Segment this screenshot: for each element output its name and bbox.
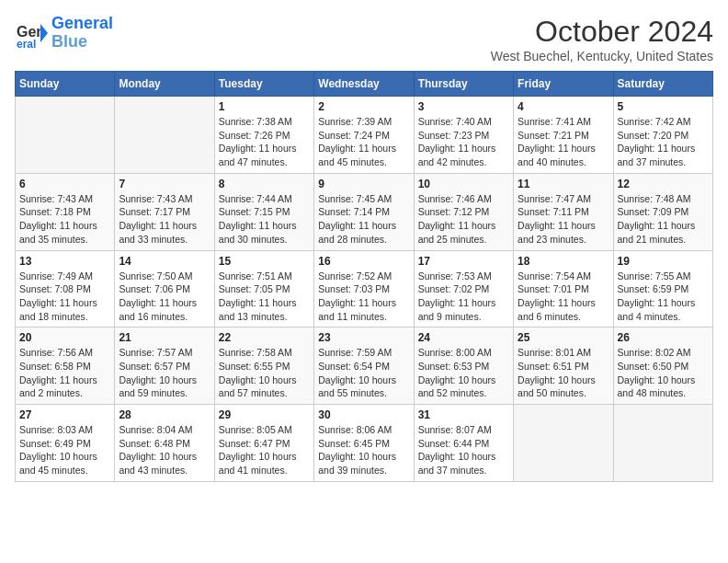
calendar-header: SundayMondayTuesdayWednesdayThursdayFrid… xyxy=(16,72,713,97)
day-number: 24 xyxy=(418,331,509,344)
day-info: Sunrise: 7:48 AMSunset: 7:09 PMDaylight:… xyxy=(618,192,709,247)
calendar-cell: 21Sunrise: 7:57 AMSunset: 6:57 PMDayligh… xyxy=(115,327,214,405)
day-info: Sunrise: 8:03 AMSunset: 6:49 PMDaylight:… xyxy=(19,423,110,477)
day-number: 31 xyxy=(418,408,509,421)
calendar-cell xyxy=(115,97,214,174)
title-block: October 2024 West Buechel, Kentucky, Uni… xyxy=(491,15,713,63)
weekday-header: Friday xyxy=(514,72,613,97)
calendar-cell: 2Sunrise: 7:39 AMSunset: 7:24 PMDaylight… xyxy=(314,97,414,174)
day-info: Sunrise: 7:56 AMSunset: 6:58 PMDaylight:… xyxy=(19,346,110,400)
day-number: 21 xyxy=(119,331,210,344)
day-info: Sunrise: 7:39 AMSunset: 7:24 PMDaylight:… xyxy=(318,115,409,169)
day-info: Sunrise: 7:45 AMSunset: 7:14 PMDaylight:… xyxy=(318,192,409,247)
day-info: Sunrise: 7:57 AMSunset: 6:57 PMDaylight:… xyxy=(119,346,210,400)
logo-text: GeneralBlue xyxy=(51,15,113,52)
day-number: 1 xyxy=(219,100,310,113)
day-number: 16 xyxy=(318,255,409,268)
day-number: 22 xyxy=(219,331,310,344)
day-info: Sunrise: 7:43 AMSunset: 7:17 PMDaylight:… xyxy=(119,192,210,247)
day-info: Sunrise: 7:59 AMSunset: 6:54 PMDaylight:… xyxy=(318,346,409,400)
day-info: Sunrise: 7:51 AMSunset: 7:05 PMDaylight:… xyxy=(219,270,310,324)
day-number: 27 xyxy=(19,408,110,421)
calendar-cell xyxy=(514,405,613,482)
page-header: Gen eral GeneralBlue October 2024 West B… xyxy=(15,15,713,63)
day-number: 11 xyxy=(518,178,609,190)
day-info: Sunrise: 8:05 AMSunset: 6:47 PMDaylight:… xyxy=(219,423,310,477)
calendar-cell: 28Sunrise: 8:04 AMSunset: 6:48 PMDayligh… xyxy=(115,405,214,482)
day-number: 26 xyxy=(618,331,709,344)
day-info: Sunrise: 7:41 AMSunset: 7:21 PMDaylight:… xyxy=(518,115,609,169)
day-number: 19 xyxy=(618,255,709,268)
day-number: 20 xyxy=(19,331,110,344)
calendar-cell: 13Sunrise: 7:49 AMSunset: 7:08 PMDayligh… xyxy=(16,250,115,327)
calendar-cell: 26Sunrise: 8:02 AMSunset: 6:50 PMDayligh… xyxy=(613,327,712,405)
day-info: Sunrise: 7:53 AMSunset: 7:02 PMDaylight:… xyxy=(418,270,509,324)
day-number: 18 xyxy=(518,255,609,268)
day-number: 30 xyxy=(318,408,409,421)
weekday-header: Saturday xyxy=(613,72,712,97)
calendar-cell: 11Sunrise: 7:47 AMSunset: 7:11 PMDayligh… xyxy=(514,173,613,250)
day-number: 6 xyxy=(19,178,110,190)
day-number: 10 xyxy=(418,178,509,190)
day-number: 25 xyxy=(518,331,609,344)
calendar-week-row: 27Sunrise: 8:03 AMSunset: 6:49 PMDayligh… xyxy=(16,405,713,482)
day-number: 13 xyxy=(19,255,110,268)
day-info: Sunrise: 7:46 AMSunset: 7:12 PMDaylight:… xyxy=(418,192,509,247)
day-number: 29 xyxy=(219,408,310,421)
day-number: 28 xyxy=(119,408,210,421)
calendar-cell: 16Sunrise: 7:52 AMSunset: 7:03 PMDayligh… xyxy=(314,250,414,327)
day-number: 5 xyxy=(618,100,709,113)
day-info: Sunrise: 7:49 AMSunset: 7:08 PMDaylight:… xyxy=(19,270,110,324)
calendar-table: SundayMondayTuesdayWednesdayThursdayFrid… xyxy=(15,71,713,482)
day-number: 2 xyxy=(318,100,409,113)
calendar-cell: 14Sunrise: 7:50 AMSunset: 7:06 PMDayligh… xyxy=(115,250,214,327)
calendar-cell: 15Sunrise: 7:51 AMSunset: 7:05 PMDayligh… xyxy=(214,250,313,327)
calendar-cell: 8Sunrise: 7:44 AMSunset: 7:15 PMDaylight… xyxy=(214,173,313,250)
logo: Gen eral GeneralBlue xyxy=(15,15,113,52)
day-info: Sunrise: 8:07 AMSunset: 6:44 PMDaylight:… xyxy=(418,423,509,477)
day-info: Sunrise: 7:55 AMSunset: 6:59 PMDaylight:… xyxy=(618,270,709,324)
calendar-cell: 4Sunrise: 7:41 AMSunset: 7:21 PMDaylight… xyxy=(514,97,613,174)
calendar-cell: 7Sunrise: 7:43 AMSunset: 7:17 PMDaylight… xyxy=(115,173,214,250)
day-info: Sunrise: 7:47 AMSunset: 7:11 PMDaylight:… xyxy=(518,192,609,247)
calendar-body: 1Sunrise: 7:38 AMSunset: 7:26 PMDaylight… xyxy=(16,97,713,482)
day-info: Sunrise: 7:43 AMSunset: 7:18 PMDaylight:… xyxy=(19,192,110,247)
calendar-cell: 9Sunrise: 7:45 AMSunset: 7:14 PMDaylight… xyxy=(314,173,414,250)
month-title: October 2024 xyxy=(491,15,713,49)
day-number: 8 xyxy=(219,178,310,190)
day-info: Sunrise: 8:04 AMSunset: 6:48 PMDaylight:… xyxy=(119,423,210,477)
calendar-week-row: 13Sunrise: 7:49 AMSunset: 7:08 PMDayligh… xyxy=(16,250,713,327)
day-info: Sunrise: 7:42 AMSunset: 7:20 PMDaylight:… xyxy=(618,115,709,169)
calendar-cell: 10Sunrise: 7:46 AMSunset: 7:12 PMDayligh… xyxy=(414,173,513,250)
calendar-week-row: 1Sunrise: 7:38 AMSunset: 7:26 PMDaylight… xyxy=(16,97,713,174)
day-number: 7 xyxy=(119,178,210,190)
calendar-cell: 24Sunrise: 8:00 AMSunset: 6:53 PMDayligh… xyxy=(414,327,513,405)
calendar-cell: 18Sunrise: 7:54 AMSunset: 7:01 PMDayligh… xyxy=(514,250,613,327)
calendar-cell: 29Sunrise: 8:05 AMSunset: 6:47 PMDayligh… xyxy=(214,405,313,482)
day-info: Sunrise: 7:38 AMSunset: 7:26 PMDaylight:… xyxy=(219,115,310,169)
day-info: Sunrise: 8:02 AMSunset: 6:50 PMDaylight:… xyxy=(618,346,709,400)
day-number: 3 xyxy=(418,100,509,113)
day-info: Sunrise: 8:06 AMSunset: 6:45 PMDaylight:… xyxy=(318,423,409,477)
day-info: Sunrise: 7:44 AMSunset: 7:15 PMDaylight:… xyxy=(219,192,310,247)
calendar-cell: 25Sunrise: 8:01 AMSunset: 6:51 PMDayligh… xyxy=(514,327,613,405)
day-number: 17 xyxy=(418,255,509,268)
weekday-header: Wednesday xyxy=(314,72,414,97)
weekday-header: Monday xyxy=(115,72,214,97)
weekday-header: Tuesday xyxy=(214,72,313,97)
calendar-cell: 30Sunrise: 8:06 AMSunset: 6:45 PMDayligh… xyxy=(314,405,414,482)
calendar-cell: 1Sunrise: 7:38 AMSunset: 7:26 PMDaylight… xyxy=(214,97,313,174)
day-number: 23 xyxy=(318,331,409,344)
calendar-week-row: 20Sunrise: 7:56 AMSunset: 6:58 PMDayligh… xyxy=(16,327,713,405)
calendar-cell: 5Sunrise: 7:42 AMSunset: 7:20 PMDaylight… xyxy=(613,97,712,174)
calendar-cell: 6Sunrise: 7:43 AMSunset: 7:18 PMDaylight… xyxy=(16,173,115,250)
calendar-cell xyxy=(16,97,115,174)
calendar-cell: 19Sunrise: 7:55 AMSunset: 6:59 PMDayligh… xyxy=(613,250,712,327)
day-number: 9 xyxy=(318,178,409,190)
calendar-cell xyxy=(613,405,712,482)
day-info: Sunrise: 7:54 AMSunset: 7:01 PMDaylight:… xyxy=(518,270,609,324)
calendar-cell: 17Sunrise: 7:53 AMSunset: 7:02 PMDayligh… xyxy=(414,250,513,327)
weekday-header: Sunday xyxy=(16,72,115,97)
calendar-week-row: 6Sunrise: 7:43 AMSunset: 7:18 PMDaylight… xyxy=(16,173,713,250)
calendar-cell: 31Sunrise: 8:07 AMSunset: 6:44 PMDayligh… xyxy=(414,405,513,482)
